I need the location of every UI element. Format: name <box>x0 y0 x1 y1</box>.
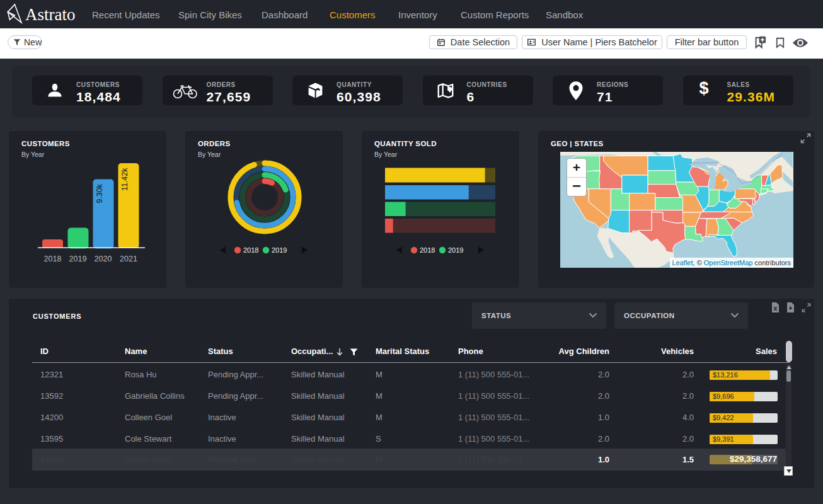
svg-text:2018: 2018 <box>44 255 62 263</box>
svg-text:2019: 2019 <box>448 246 463 254</box>
svg-text:2019: 2019 <box>272 246 287 254</box>
svg-text:2020: 2020 <box>95 255 112 263</box>
svg-text:2018: 2018 <box>420 246 435 254</box>
svg-text:11.42k: 11.42k <box>120 168 129 191</box>
svg-text:2018: 2018 <box>243 246 258 254</box>
svg-text:2019: 2019 <box>69 255 87 263</box>
svg-text:2021: 2021 <box>120 255 137 263</box>
svg-text:9.30k: 9.30k <box>95 183 104 203</box>
